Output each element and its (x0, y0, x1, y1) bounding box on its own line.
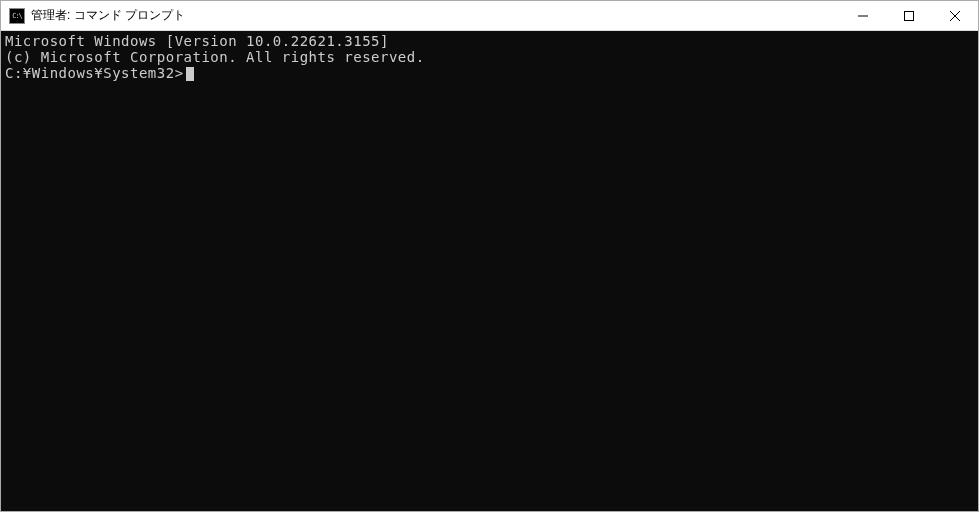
app-icon: C:\ (9, 8, 25, 24)
console-prompt-line: C:¥Windows¥System32> (5, 65, 974, 81)
maximize-icon (904, 11, 914, 21)
console-output[interactable]: Microsoft Windows [Version 10.0.22621.31… (1, 31, 978, 511)
minimize-icon (858, 11, 868, 21)
close-icon (950, 11, 960, 21)
svg-rect-1 (905, 11, 914, 20)
close-button[interactable] (932, 1, 978, 30)
console-line-version: Microsoft Windows [Version 10.0.22621.31… (5, 33, 974, 49)
console-prompt: C:¥Windows¥System32> (5, 65, 184, 81)
text-cursor (186, 67, 194, 81)
minimize-button[interactable] (840, 1, 886, 30)
window-controls (840, 1, 978, 30)
window-title: 管理者: コマンド プロンプト (31, 7, 840, 24)
command-prompt-window: C:\ 管理者: コマンド プロンプト Microsoft Windows [V… (0, 0, 979, 512)
titlebar[interactable]: C:\ 管理者: コマンド プロンプト (1, 1, 978, 31)
maximize-button[interactable] (886, 1, 932, 30)
console-line-copyright: (c) Microsoft Corporation. All rights re… (5, 49, 974, 65)
